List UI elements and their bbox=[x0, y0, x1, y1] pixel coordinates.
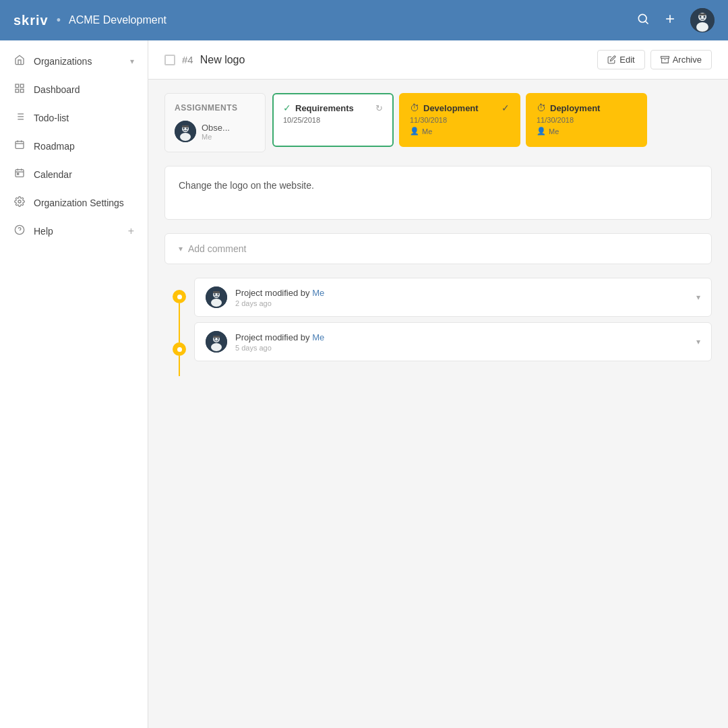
sidebar-item-calendar[interactable]: Calendar bbox=[0, 160, 148, 189]
sidebar-item-todo[interactable]: Todo-list bbox=[0, 104, 148, 132]
archive-label: Archive bbox=[673, 55, 702, 65]
timeline-column bbox=[164, 278, 194, 376]
stages-container: Assignments bbox=[164, 93, 712, 152]
assignment-user: Obse... Me bbox=[175, 121, 255, 142]
stage-deployment-user: 👤Me bbox=[537, 127, 636, 135]
svg-rect-24 bbox=[16, 170, 24, 177]
plus-icon[interactable]: + bbox=[128, 225, 134, 237]
help-icon bbox=[13, 224, 26, 238]
activity-text-1: Project modified by Me bbox=[235, 288, 324, 298]
activity-user-2: Me bbox=[312, 332, 324, 342]
stage-development-user: 👤Me bbox=[410, 127, 510, 135]
svg-rect-20 bbox=[16, 142, 24, 149]
calendar-icon bbox=[13, 168, 26, 181]
sidebar-item-organizations[interactable]: Organizations ▾ bbox=[0, 47, 148, 75]
task-header: #4 New logo Edit Archi bbox=[148, 40, 728, 80]
sidebar-label-org-settings: Organization Settings bbox=[34, 198, 124, 208]
svg-point-49 bbox=[214, 338, 215, 339]
stage-deployment-title-area: ⏱ Deployment bbox=[537, 102, 600, 113]
activity-info-2: Project modified by Me 5 days ago bbox=[235, 332, 324, 352]
svg-line-1 bbox=[646, 21, 648, 24]
task-body: Assignments bbox=[148, 80, 728, 390]
edit-button[interactable]: Edit bbox=[597, 50, 644, 69]
assignments-panel: Assignments bbox=[164, 93, 266, 152]
clock-icon-deploy: ⏱ bbox=[537, 102, 546, 113]
activity-time-2: 5 days ago bbox=[235, 344, 324, 352]
stage-development[interactable]: ⏱ Development ✓ 11/30/2018 👤Me bbox=[399, 93, 520, 147]
svg-point-43 bbox=[214, 293, 215, 295]
activity-text-2: Project modified by Me bbox=[235, 332, 324, 342]
svg-point-7 bbox=[700, 16, 702, 18]
dashboard-icon bbox=[13, 83, 26, 96]
user-info: Obse... Me bbox=[202, 123, 230, 141]
user-display-name: Obse... bbox=[202, 123, 230, 133]
sidebar-item-dashboard[interactable]: Dashboard bbox=[0, 75, 148, 104]
svg-point-8 bbox=[704, 16, 706, 18]
svg-point-42 bbox=[211, 299, 222, 307]
activity-item-2: Project modified by Me 5 days ago ▾ bbox=[194, 322, 712, 361]
svg-point-50 bbox=[217, 338, 218, 339]
chevron-icon: ▾ bbox=[179, 244, 183, 253]
activity-avatar-2 bbox=[206, 331, 227, 353]
task-id-area: #4 New logo bbox=[164, 54, 245, 66]
expand-icon-2[interactable]: ▾ bbox=[696, 337, 700, 346]
svg-rect-51 bbox=[213, 336, 220, 338]
activity-cards: Project modified by Me 2 days ago ▾ bbox=[194, 278, 712, 376]
sidebar-label-roadmap: Roadmap bbox=[34, 141, 75, 152]
sidebar-item-help[interactable]: Help + bbox=[0, 217, 148, 245]
activity-feed: Project modified by Me 2 days ago ▾ bbox=[164, 278, 712, 376]
svg-rect-39 bbox=[182, 125, 189, 127]
stage-development-date: 11/30/2018 bbox=[410, 116, 510, 124]
timeline-dot-2 bbox=[173, 342, 186, 356]
stage-development-name: Development bbox=[423, 103, 479, 113]
sidebar-label-todo: Todo-list bbox=[34, 113, 69, 123]
activity-user-1: Me bbox=[312, 288, 324, 298]
svg-rect-10 bbox=[16, 84, 19, 88]
svg-point-38 bbox=[186, 127, 187, 129]
activity-avatar-1 bbox=[206, 286, 227, 308]
stage-requirements-date: 10/25/2018 bbox=[283, 116, 383, 124]
gear-icon bbox=[13, 196, 26, 210]
user-avatar[interactable] bbox=[690, 8, 715, 32]
add-comment-area[interactable]: ▾ Add comment bbox=[164, 233, 712, 264]
sidebar-label-help: Help bbox=[34, 226, 53, 237]
task-checkbox[interactable] bbox=[164, 55, 175, 65]
sidebar-item-roadmap[interactable]: Roadmap bbox=[0, 132, 148, 160]
activity-info-1: Project modified by Me 2 days ago bbox=[235, 288, 324, 307]
activity-time-1: 2 days ago bbox=[235, 299, 324, 307]
svg-point-0 bbox=[638, 14, 646, 22]
user-role-label: Me bbox=[202, 133, 230, 141]
description-text: Change the logo on the website. bbox=[179, 180, 698, 191]
svg-rect-12 bbox=[16, 89, 19, 92]
stage-deployment[interactable]: ⏱ Deployment 11/30/2018 👤Me bbox=[526, 93, 647, 147]
sidebar-item-org-settings[interactable]: Organization Settings bbox=[0, 189, 148, 217]
expand-icon-1[interactable]: ▾ bbox=[696, 293, 700, 302]
stage-development-title-area: ⏱ Development bbox=[410, 102, 479, 113]
timeline-line-2 bbox=[179, 356, 180, 376]
svg-point-29 bbox=[18, 200, 21, 203]
timeline-line-1 bbox=[179, 303, 180, 342]
check-icon: ✓ bbox=[283, 102, 291, 113]
stage-requirements[interactable]: ✓ Requirements ↻ 10/25/2018 bbox=[272, 93, 394, 147]
stage-deployment-header: ⏱ Deployment bbox=[537, 102, 636, 113]
stage-deployment-date: 11/30/2018 bbox=[537, 116, 636, 124]
sidebar-label-organizations: Organizations bbox=[34, 56, 92, 67]
list-icon bbox=[13, 111, 26, 125]
comment-placeholder: Add comment bbox=[188, 243, 246, 254]
description-area: Change the logo on the website. bbox=[164, 166, 712, 220]
add-icon[interactable] bbox=[663, 12, 677, 29]
archive-button[interactable]: Archive bbox=[650, 50, 712, 69]
home-icon bbox=[13, 55, 26, 68]
edit-label: Edit bbox=[619, 55, 634, 65]
sidebar: Organizations ▾ Dashboard bbox=[0, 40, 148, 728]
search-icon[interactable] bbox=[636, 12, 650, 29]
task-id: #4 bbox=[182, 54, 193, 65]
activity-item-1: Project modified by Me 2 days ago ▾ bbox=[194, 278, 712, 317]
svg-point-36 bbox=[180, 133, 191, 141]
svg-rect-9 bbox=[699, 13, 706, 16]
header-right bbox=[636, 8, 715, 32]
check-icon-dev: ✓ bbox=[502, 102, 510, 113]
task-title: New logo bbox=[200, 54, 245, 66]
activity-item-2-left: Project modified by Me 5 days ago bbox=[206, 331, 324, 353]
svg-point-48 bbox=[211, 343, 222, 351]
